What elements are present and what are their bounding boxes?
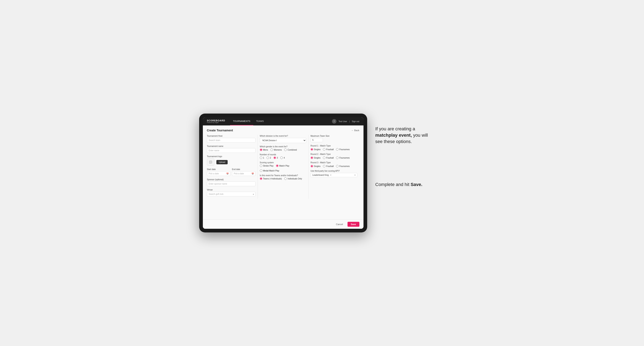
- scoring-medal-radio[interactable]: [260, 170, 262, 172]
- api-value: Leaderboard King: [312, 174, 329, 176]
- tournament-name-group: Tournament name: [207, 145, 256, 153]
- gender-womens[interactable]: Womens: [270, 149, 282, 151]
- round1-foursomes-radio[interactable]: [336, 148, 338, 151]
- upload-button[interactable]: Upload: [216, 160, 228, 164]
- round1-fourball-radio[interactable]: [323, 148, 326, 151]
- nav-tournaments[interactable]: TOURNAMENTS: [230, 117, 253, 125]
- scoring-match-radio[interactable]: [276, 165, 278, 167]
- scoring-stroke-radio[interactable]: [260, 165, 262, 167]
- scoring-match[interactable]: Match Play: [276, 165, 289, 167]
- round-2[interactable]: 2: [266, 157, 271, 159]
- round1-match-type: Round 1 - Match Type Singles Fourball: [311, 145, 357, 151]
- round-1[interactable]: 1: [260, 157, 264, 159]
- tag-remove-icon[interactable]: ✕: [330, 174, 332, 176]
- round3-foursomes-radio[interactable]: [336, 165, 338, 167]
- round2-singles-radio[interactable]: [311, 157, 313, 159]
- max-team-size-input[interactable]: [311, 138, 323, 142]
- division-select[interactable]: NCAA Division I: [260, 138, 306, 143]
- gender-combined[interactable]: Combined: [284, 149, 297, 151]
- tablet-device: SCOREBOARD Powered by clippit TOURNAMENT…: [199, 114, 367, 232]
- tournament-logo-label: Tournament logo: [207, 155, 256, 158]
- form-col-1: Tournament Host Tournament name Tourname…: [207, 135, 258, 199]
- round3-options: Singles Fourball Foursomes: [311, 165, 357, 167]
- scoring-group: Scoring system Stroke Play Match Play: [260, 162, 306, 172]
- round-2-radio[interactable]: [266, 157, 269, 159]
- annotations: If you are creating a matchplay event, y…: [376, 114, 445, 188]
- gender-mens[interactable]: Mens: [260, 149, 268, 151]
- form-footer: Cancel Save: [203, 219, 364, 229]
- round2-foursomes[interactable]: Foursomes: [336, 157, 350, 159]
- scoring-medal[interactable]: Medal Match Play: [260, 170, 279, 172]
- round3-foursomes[interactable]: Foursomes: [336, 165, 350, 167]
- venue-input[interactable]: [207, 192, 256, 196]
- division-select-wrapper: NCAA Division I: [260, 138, 306, 143]
- team-radio-group: Teams (+Individuals) Individuals Only: [260, 177, 306, 180]
- tag-chevron-icon: ▾: [354, 174, 356, 176]
- round-3-radio[interactable]: [274, 157, 276, 159]
- tablet-screen: SCOREBOARD Powered by clippit TOURNAMENT…: [203, 117, 364, 229]
- round2-fourball-radio[interactable]: [323, 157, 326, 159]
- round1-label: Round 1 - Match Type: [311, 145, 357, 147]
- round3-fourball-radio[interactable]: [323, 165, 326, 167]
- navbar: SCOREBOARD Powered by clippit TOURNAMENT…: [203, 117, 364, 125]
- dates-group: Start date 📅 End date: [207, 168, 256, 176]
- end-date-label: End date: [232, 168, 256, 171]
- individuals-radio[interactable]: [284, 177, 287, 180]
- max-team-size-group: Maximum Team Size: [311, 135, 357, 142]
- round1-singles[interactable]: Singles: [311, 148, 321, 151]
- outer-wrapper: SCOREBOARD Powered by clippit TOURNAMENT…: [199, 114, 445, 232]
- round2-foursomes-radio[interactable]: [336, 157, 338, 159]
- back-button[interactable]: ← Back: [352, 129, 360, 132]
- round2-fourball[interactable]: Fourball: [323, 157, 334, 159]
- rounds-label: Number of rounds: [260, 154, 306, 156]
- calendar-icon-2: 📅: [252, 173, 254, 175]
- brand-title: SCOREBOARD: [207, 120, 225, 122]
- round-4-radio[interactable]: [280, 157, 283, 159]
- scoring-radio-group: Stroke Play Match Play Medal Match Play: [260, 165, 306, 172]
- sponsor-input[interactable]: [207, 181, 256, 186]
- gender-mens-radio[interactable]: [260, 149, 262, 151]
- api-tag[interactable]: Leaderboard King ✕ ▾: [311, 173, 357, 177]
- scoring-stroke[interactable]: Stroke Play: [260, 165, 274, 167]
- round1-foursomes[interactable]: Foursomes: [336, 148, 350, 151]
- sign-out-link[interactable]: Sign out: [352, 120, 360, 123]
- round1-singles-radio[interactable]: [311, 148, 313, 151]
- round3-singles-radio[interactable]: [311, 165, 313, 167]
- gender-womens-radio[interactable]: [270, 149, 273, 151]
- gender-label: Which gender is the event for?: [260, 146, 306, 148]
- venue-group: Venue ▾: [207, 189, 256, 196]
- round3-singles[interactable]: Singles: [311, 165, 321, 167]
- start-date-label: Start date: [207, 168, 230, 171]
- tournament-host-input[interactable]: [207, 138, 256, 143]
- round2-options: Singles Fourball Foursomes: [311, 157, 357, 159]
- round-3[interactable]: 3: [274, 157, 278, 159]
- tournament-name-input[interactable]: [207, 148, 256, 153]
- round3-fourball[interactable]: Fourball: [323, 165, 334, 167]
- start-date-wrapper: 📅: [207, 171, 230, 176]
- round1-options: Singles Fourball Foursomes: [311, 148, 357, 151]
- round-4[interactable]: 4: [280, 157, 285, 159]
- round2-singles[interactable]: Singles: [311, 157, 321, 159]
- form-grid: Tournament Host Tournament name Tourname…: [207, 135, 360, 199]
- team-individuals-label: Is this event for Teams and/or Individua…: [260, 174, 306, 176]
- teams-option[interactable]: Teams (+Individuals): [260, 177, 282, 180]
- round-1-radio[interactable]: [260, 157, 262, 159]
- chevron-down-icon: ▾: [253, 193, 254, 195]
- nav-teams[interactable]: TEAMS: [253, 117, 267, 125]
- individuals-option[interactable]: Individuals Only: [284, 177, 302, 180]
- tournament-logo-group: Tournament logo Upload: [207, 155, 256, 166]
- gender-combined-radio[interactable]: [284, 149, 287, 151]
- annotation-matchplay: If you are creating a matchplay event, y…: [376, 126, 429, 145]
- tournament-host-input-wrapper: [207, 138, 256, 143]
- division-group: Which division is the event for? NCAA Di…: [260, 135, 306, 143]
- round1-fourball[interactable]: Fourball: [323, 148, 334, 151]
- gender-group: Which gender is the event for? Mens Wome…: [260, 146, 306, 151]
- save-button[interactable]: Save: [348, 222, 360, 227]
- api-group: Use third-party live scoring API? Leader…: [311, 170, 357, 177]
- tournament-host-label: Tournament Host: [207, 135, 256, 137]
- teams-radio[interactable]: [260, 177, 262, 180]
- calendar-icon: 📅: [226, 173, 229, 175]
- cancel-button[interactable]: Cancel: [334, 222, 346, 227]
- sponsor-label: Sponsor (optional): [207, 178, 256, 181]
- user-name: Test User: [338, 120, 347, 123]
